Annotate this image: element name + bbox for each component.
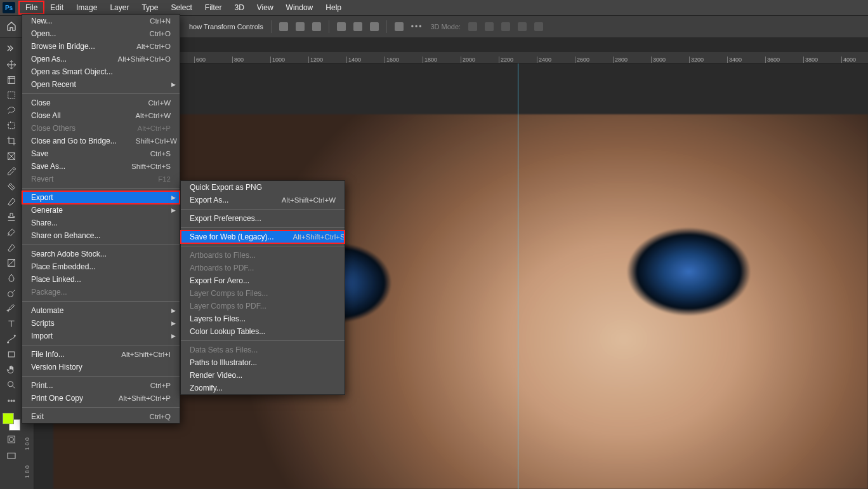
hand-tool[interactable]: [3, 362, 20, 377]
file-menu-search-adobe-stock[interactable]: Search Adobe Stock...: [22, 248, 180, 260]
file-menu-place-embedded[interactable]: Place Embedded...: [22, 260, 180, 273]
export-menu-layer-comps-to-pdf: Layer Comps to PDF...: [181, 300, 345, 312]
file-menu-open[interactable]: Open...Ctrl+O: [22, 27, 180, 40]
file-menu-save-as[interactable]: Save As...Shift+Ctrl+S: [22, 160, 180, 173]
export-menu-export-preferences[interactable]: Export Preferences...: [181, 212, 345, 225]
align-left-icon[interactable]: [279, 22, 288, 31]
pen-tool[interactable]: [3, 301, 20, 316]
export-menu-save-for-web-legacy[interactable]: Save for Web (Legacy)...Alt+Shift+Ctrl+S: [181, 231, 345, 243]
patch-tool[interactable]: [3, 179, 20, 194]
menu-type[interactable]: Type: [135, 1, 164, 14]
stamp-tool[interactable]: [3, 210, 20, 225]
align-right-icon[interactable]: [312, 22, 321, 31]
menu-item-label: Close Others: [31, 124, 76, 133]
file-menu-version-history[interactable]: Version History: [22, 361, 180, 373]
file-menu-generate[interactable]: Generate▶: [22, 204, 180, 217]
vertical-guide[interactable]: [518, 64, 518, 489]
more-options-icon[interactable]: •••: [411, 22, 423, 31]
3d-orbit-icon[interactable]: [468, 22, 477, 31]
ruler-tick: 3200: [689, 57, 704, 63]
file-menu-import[interactable]: Import▶: [22, 330, 180, 342]
file-menu-exit[interactable]: ExitCtrl+Q: [22, 410, 180, 423]
align-top-icon[interactable]: [337, 22, 346, 31]
file-menu-open-as[interactable]: Open As...Alt+Shift+Ctrl+O: [22, 53, 180, 65]
menu-help[interactable]: Help: [319, 1, 348, 14]
edit-toolbar-icon[interactable]: •••: [3, 394, 20, 409]
file-menu-scripts[interactable]: Scripts▶: [22, 317, 180, 330]
export-menu-zoomify[interactable]: Zoomify...: [181, 382, 345, 394]
file-menu-automate[interactable]: Automate▶: [22, 304, 180, 317]
eyedrop-tool[interactable]: [3, 164, 20, 179]
menu-window[interactable]: Window: [280, 1, 320, 14]
menu-item-label: Share on Behance...: [31, 231, 100, 240]
file-menu-print[interactable]: Print...Ctrl+P: [22, 379, 180, 392]
move-tool[interactable]: [3, 57, 20, 72]
history-tool[interactable]: [3, 225, 20, 240]
dodge-tool[interactable]: [3, 286, 20, 301]
menu-layer[interactable]: Layer: [103, 1, 135, 14]
file-menu-browse-in-bridge[interactable]: Browse in Bridge...Alt+Ctrl+O: [22, 40, 180, 53]
expand-tools-icon[interactable]: [0, 41, 23, 56]
frame-tool[interactable]: [3, 149, 20, 164]
align-center-v-icon[interactable]: [353, 22, 362, 31]
menu-3d[interactable]: 3D: [228, 1, 250, 14]
blur-tool[interactable]: [3, 271, 20, 286]
svg-point-7: [14, 335, 15, 337]
color-swatches[interactable]: [3, 413, 20, 431]
export-menu-quick-export-as-png[interactable]: Quick Export as PNG: [181, 181, 345, 194]
menu-view[interactable]: View: [251, 1, 280, 14]
type-tool[interactable]: [3, 316, 20, 332]
menu-item-shortcut: Ctrl+S: [150, 150, 171, 157]
file-menu-print-one-copy[interactable]: Print One CopyAlt+Shift+Ctrl+P: [22, 392, 180, 405]
distribute-icon[interactable]: [395, 22, 404, 31]
file-menu-close-and-go-to-bridge[interactable]: Close and Go to Bridge...Shift+Ctrl+W: [22, 135, 180, 147]
crop-tool[interactable]: [3, 133, 20, 149]
file-menu-share-on-behance[interactable]: Share on Behance...: [22, 229, 180, 242]
lasso-tool[interactable]: [3, 103, 20, 118]
export-menu-paths-to-illustrator[interactable]: Paths to Illustrator...: [181, 356, 345, 369]
3d-scale-icon[interactable]: [534, 22, 543, 31]
export-menu-export-for-aero[interactable]: Export For Aero...: [181, 274, 345, 287]
file-menu-save[interactable]: SaveCtrl+S: [22, 147, 180, 160]
svg-rect-12: [8, 453, 15, 459]
home-icon[interactable]: [6, 21, 16, 33]
rect-tool[interactable]: [3, 347, 20, 362]
export-menu-render-video[interactable]: Render Video...: [181, 369, 345, 382]
eraser-tool[interactable]: [3, 240, 20, 255]
wand-tool[interactable]: [3, 118, 20, 133]
artboard-tool[interactable]: [3, 72, 20, 88]
3d-pan-icon[interactable]: [485, 22, 494, 31]
export-menu-color-lookup-tables[interactable]: Color Lookup Tables...: [181, 325, 345, 338]
export-menu-layers-to-files[interactable]: Layers to Files...: [181, 312, 345, 325]
file-menu-open-as-smart-object[interactable]: Open as Smart Object...: [22, 65, 180, 78]
screen-mode-icon[interactable]: [3, 448, 20, 464]
file-menu-share[interactable]: Share...: [22, 217, 180, 229]
file-menu-place-linked[interactable]: Place Linked...: [22, 273, 180, 286]
file-menu-close[interactable]: CloseCtrl+W: [22, 97, 180, 109]
menu-edit[interactable]: Edit: [44, 1, 70, 14]
path-tool[interactable]: [3, 332, 20, 347]
file-menu-file-info[interactable]: File Info...Alt+Shift+Ctrl+I: [22, 348, 180, 361]
foreground-color-swatch[interactable]: [3, 413, 14, 424]
export-menu-export-as[interactable]: Export As...Alt+Shift+Ctrl+W: [181, 194, 345, 206]
file-menu-new[interactable]: New...Ctrl+N: [22, 15, 180, 27]
file-menu-open-recent[interactable]: Open Recent▶: [22, 78, 180, 91]
menu-filter[interactable]: Filter: [199, 1, 228, 14]
gradient-tool[interactable]: [3, 255, 20, 271]
menu-separator: [181, 246, 345, 246]
3d-slide-icon[interactable]: [518, 22, 527, 31]
align-center-h-icon[interactable]: [296, 22, 305, 31]
quick-mask-icon[interactable]: [3, 432, 20, 447]
marquee-tool[interactable]: [3, 88, 20, 103]
file-menu-close-all[interactable]: Close AllAlt+Ctrl+W: [22, 109, 180, 122]
menu-item-label: Data Sets as Files...: [190, 345, 258, 354]
zoom-tool[interactable]: [3, 377, 20, 392]
menu-item-label: Zoomify...: [190, 384, 223, 392]
align-bottom-icon[interactable]: [370, 22, 379, 31]
file-menu-export[interactable]: Export▶: [22, 191, 180, 204]
menu-select[interactable]: Select: [164, 1, 198, 14]
menu-file[interactable]: File: [19, 1, 44, 14]
menu-image[interactable]: Image: [70, 1, 103, 14]
brush-tool[interactable]: [3, 194, 20, 210]
3d-roll-icon[interactable]: [501, 22, 510, 31]
